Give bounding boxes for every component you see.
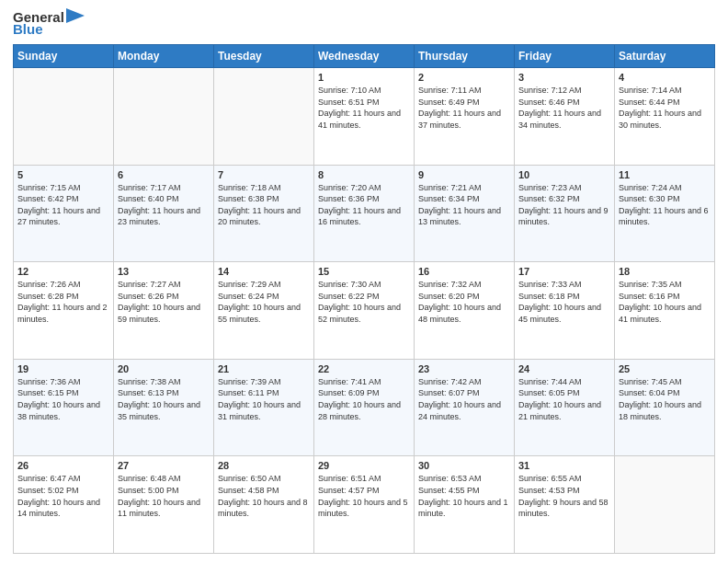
calendar-cell: 15Sunrise: 7:30 AM Sunset: 6:22 PM Dayli…	[314, 262, 415, 360]
day-number: 30	[418, 460, 510, 471]
day-info: Sunrise: 7:18 AM Sunset: 6:38 PM Dayligh…	[218, 182, 310, 228]
day-number: 25	[619, 363, 711, 374]
day-number: 8	[318, 169, 410, 180]
calendar-cell: 24Sunrise: 7:44 AM Sunset: 6:05 PM Dayli…	[515, 359, 615, 456]
day-number: 10	[518, 169, 610, 180]
calendar-cell: 16Sunrise: 7:32 AM Sunset: 6:20 PM Dayli…	[415, 262, 515, 360]
page: General Blue SundayMondayTuesdayWednesda…	[0, 0, 728, 563]
day-number: 1	[318, 72, 410, 83]
calendar-cell	[214, 68, 314, 166]
calendar-cell: 6Sunrise: 7:17 AM Sunset: 6:40 PM Daylig…	[114, 165, 214, 262]
calendar-cell	[114, 68, 214, 166]
calendar-cell: 1Sunrise: 7:10 AM Sunset: 6:51 PM Daylig…	[314, 68, 415, 166]
calendar-cell: 7Sunrise: 7:18 AM Sunset: 6:38 PM Daylig…	[214, 165, 314, 262]
day-info: Sunrise: 7:15 AM Sunset: 6:42 PM Dayligh…	[17, 182, 109, 228]
calendar-cell	[615, 456, 715, 554]
day-number: 16	[418, 266, 510, 277]
calendar-cell: 18Sunrise: 7:35 AM Sunset: 6:16 PM Dayli…	[615, 262, 715, 360]
day-info: Sunrise: 7:41 AM Sunset: 6:09 PM Dayligh…	[318, 376, 410, 422]
day-info: Sunrise: 7:39 AM Sunset: 6:11 PM Dayligh…	[218, 376, 310, 422]
calendar-cell: 14Sunrise: 7:29 AM Sunset: 6:24 PM Dayli…	[214, 262, 314, 360]
day-number: 13	[118, 266, 210, 277]
day-info: Sunrise: 7:17 AM Sunset: 6:40 PM Dayligh…	[118, 182, 210, 228]
day-info: Sunrise: 7:11 AM Sunset: 6:49 PM Dayligh…	[418, 85, 510, 131]
calendar-cell: 3Sunrise: 7:12 AM Sunset: 6:46 PM Daylig…	[515, 68, 615, 166]
calendar-table: SundayMondayTuesdayWednesdayThursdayFrid…	[13, 44, 715, 554]
day-info: Sunrise: 7:12 AM Sunset: 6:46 PM Dayligh…	[518, 85, 610, 131]
day-info: Sunrise: 6:51 AM Sunset: 4:57 PM Dayligh…	[318, 473, 410, 519]
day-info: Sunrise: 6:55 AM Sunset: 4:53 PM Dayligh…	[518, 473, 610, 519]
col-header-friday: Friday	[515, 45, 615, 68]
col-header-thursday: Thursday	[415, 45, 515, 68]
calendar-cell: 10Sunrise: 7:23 AM Sunset: 6:32 PM Dayli…	[515, 165, 615, 262]
svg-marker-0	[66, 8, 85, 23]
calendar-cell: 4Sunrise: 7:14 AM Sunset: 6:44 PM Daylig…	[615, 68, 715, 166]
day-info: Sunrise: 7:21 AM Sunset: 6:34 PM Dayligh…	[418, 182, 510, 228]
day-number: 4	[619, 72, 711, 83]
calendar-cell: 8Sunrise: 7:20 AM Sunset: 6:36 PM Daylig…	[314, 165, 415, 262]
day-info: Sunrise: 7:38 AM Sunset: 6:13 PM Dayligh…	[118, 376, 210, 422]
day-info: Sunrise: 6:53 AM Sunset: 4:55 PM Dayligh…	[418, 473, 510, 519]
calendar-cell: 25Sunrise: 7:45 AM Sunset: 6:04 PM Dayli…	[615, 359, 715, 456]
calendar-cell: 22Sunrise: 7:41 AM Sunset: 6:09 PM Dayli…	[314, 359, 415, 456]
calendar-week-2: 5Sunrise: 7:15 AM Sunset: 6:42 PM Daylig…	[14, 165, 715, 262]
calendar-cell: 20Sunrise: 7:38 AM Sunset: 6:13 PM Dayli…	[114, 359, 214, 456]
day-info: Sunrise: 7:30 AM Sunset: 6:22 PM Dayligh…	[318, 279, 410, 325]
calendar-cell: 12Sunrise: 7:26 AM Sunset: 6:28 PM Dayli…	[14, 262, 114, 360]
day-number: 7	[218, 169, 310, 180]
day-info: Sunrise: 7:29 AM Sunset: 6:24 PM Dayligh…	[218, 279, 310, 325]
day-info: Sunrise: 7:23 AM Sunset: 6:32 PM Dayligh…	[518, 182, 610, 228]
day-number: 28	[218, 460, 310, 471]
day-number: 15	[318, 266, 410, 277]
day-number: 12	[17, 266, 109, 277]
day-number: 26	[17, 460, 109, 471]
day-info: Sunrise: 6:47 AM Sunset: 5:02 PM Dayligh…	[17, 473, 109, 519]
logo-chevron-icon	[66, 8, 85, 23]
calendar-cell: 29Sunrise: 6:51 AM Sunset: 4:57 PM Dayli…	[314, 456, 415, 554]
day-info: Sunrise: 6:48 AM Sunset: 5:00 PM Dayligh…	[118, 473, 210, 519]
day-info: Sunrise: 7:10 AM Sunset: 6:51 PM Dayligh…	[318, 85, 410, 131]
calendar-cell: 31Sunrise: 6:55 AM Sunset: 4:53 PM Dayli…	[515, 456, 615, 554]
logo: General Blue	[13, 9, 85, 37]
day-info: Sunrise: 7:42 AM Sunset: 6:07 PM Dayligh…	[418, 376, 510, 422]
day-number: 22	[318, 363, 410, 374]
calendar-week-4: 19Sunrise: 7:36 AM Sunset: 6:15 PM Dayli…	[14, 359, 715, 456]
day-info: Sunrise: 7:20 AM Sunset: 6:36 PM Dayligh…	[318, 182, 410, 228]
day-number: 14	[218, 266, 310, 277]
day-number: 6	[118, 169, 210, 180]
calendar-week-3: 12Sunrise: 7:26 AM Sunset: 6:28 PM Dayli…	[14, 262, 715, 360]
day-info: Sunrise: 7:14 AM Sunset: 6:44 PM Dayligh…	[619, 85, 711, 131]
day-info: Sunrise: 7:35 AM Sunset: 6:16 PM Dayligh…	[619, 279, 711, 325]
day-info: Sunrise: 7:32 AM Sunset: 6:20 PM Dayligh…	[418, 279, 510, 325]
calendar-header-row: SundayMondayTuesdayWednesdayThursdayFrid…	[14, 45, 715, 68]
calendar-cell: 11Sunrise: 7:24 AM Sunset: 6:30 PM Dayli…	[615, 165, 715, 262]
day-number: 17	[518, 266, 610, 277]
calendar-cell	[14, 68, 114, 166]
col-header-sunday: Sunday	[14, 45, 114, 68]
day-number: 23	[418, 363, 510, 374]
day-info: Sunrise: 7:26 AM Sunset: 6:28 PM Dayligh…	[17, 279, 109, 325]
day-number: 2	[418, 72, 510, 83]
col-header-saturday: Saturday	[615, 45, 715, 68]
day-info: Sunrise: 7:44 AM Sunset: 6:05 PM Dayligh…	[518, 376, 610, 422]
day-number: 24	[518, 363, 610, 374]
calendar-week-1: 1Sunrise: 7:10 AM Sunset: 6:51 PM Daylig…	[14, 68, 715, 166]
calendar-cell: 13Sunrise: 7:27 AM Sunset: 6:26 PM Dayli…	[114, 262, 214, 360]
calendar-week-5: 26Sunrise: 6:47 AM Sunset: 5:02 PM Dayli…	[14, 456, 715, 554]
day-info: Sunrise: 7:36 AM Sunset: 6:15 PM Dayligh…	[17, 376, 109, 422]
day-number: 21	[218, 363, 310, 374]
col-header-wednesday: Wednesday	[314, 45, 415, 68]
day-number: 31	[518, 460, 610, 471]
day-number: 11	[619, 169, 711, 180]
calendar-cell: 28Sunrise: 6:50 AM Sunset: 4:58 PM Dayli…	[214, 456, 314, 554]
calendar-cell: 21Sunrise: 7:39 AM Sunset: 6:11 PM Dayli…	[214, 359, 314, 456]
day-info: Sunrise: 7:45 AM Sunset: 6:04 PM Dayligh…	[619, 376, 711, 422]
calendar-cell: 26Sunrise: 6:47 AM Sunset: 5:02 PM Dayli…	[14, 456, 114, 554]
day-number: 18	[619, 266, 711, 277]
calendar-cell: 9Sunrise: 7:21 AM Sunset: 6:34 PM Daylig…	[415, 165, 515, 262]
day-number: 27	[118, 460, 210, 471]
calendar-cell: 30Sunrise: 6:53 AM Sunset: 4:55 PM Dayli…	[415, 456, 515, 554]
day-number: 29	[318, 460, 410, 471]
calendar-cell: 27Sunrise: 6:48 AM Sunset: 5:00 PM Dayli…	[114, 456, 214, 554]
calendar-cell: 17Sunrise: 7:33 AM Sunset: 6:18 PM Dayli…	[515, 262, 615, 360]
